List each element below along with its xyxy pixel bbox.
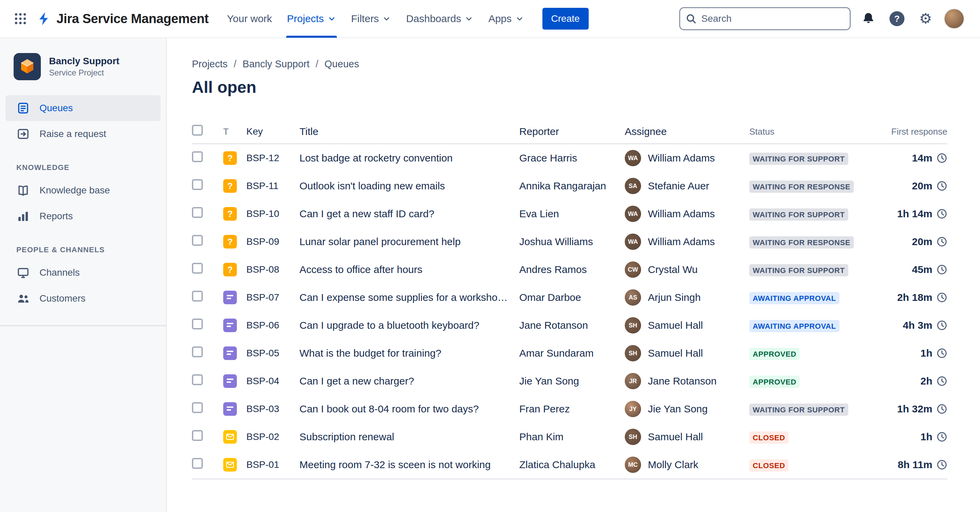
sidebar-item-knowledge-base[interactable]: Knowledge base [5, 178, 161, 203]
table-row[interactable]: BSP-06Can I upgrade to a bluetooth keybo… [192, 311, 947, 339]
table-row[interactable]: BSP-07Can I expense some supplies for a … [192, 284, 947, 311]
row-checkbox[interactable] [192, 346, 203, 357]
issue-title-link[interactable]: Outlook isn't loading new emails [299, 180, 519, 192]
assignee-name: Samuel Hall [648, 431, 703, 443]
app-window: Jira Service Management Your work Projec… [0, 0, 980, 512]
nav-label: Filters [351, 13, 379, 24]
row-checkbox[interactable] [192, 458, 203, 469]
row-checkbox[interactable] [192, 235, 203, 246]
issue-key-link[interactable]: BSP-10 [247, 208, 299, 219]
issue-title-link[interactable]: Meeting room 7-32 is sceen is not workin… [299, 459, 519, 471]
sidebar-section-people-channels: PEOPLE & CHANNELS [0, 246, 166, 254]
reporter-name: Annika Rangarajan [519, 180, 625, 192]
help-button[interactable]: ? [886, 8, 908, 30]
sidebar-item-raise-request[interactable]: Raise a request [5, 121, 161, 147]
sidebar-item-reports[interactable]: Reports [5, 203, 161, 229]
search-input[interactable] [701, 13, 844, 24]
issue-title-link[interactable]: Can I get a new charger? [299, 375, 519, 387]
row-checkbox[interactable] [192, 179, 203, 190]
issue-key-link[interactable]: BSP-05 [247, 348, 299, 359]
nav-dashboards[interactable]: Dashboards [398, 0, 481, 38]
issue-key-link[interactable]: BSP-08 [247, 264, 299, 275]
row-checkbox[interactable] [192, 263, 203, 274]
user-avatar [944, 8, 964, 29]
status-badge: AWAITING APPROVAL [749, 320, 840, 332]
assignee-avatar: SH [625, 317, 641, 333]
assignee-name: Jane Rotanson [648, 375, 717, 387]
issue-key-link[interactable]: BSP-02 [247, 431, 299, 442]
issue-key-link[interactable]: BSP-01 [247, 459, 299, 470]
col-header-type[interactable]: T [223, 127, 247, 137]
issue-title-link[interactable]: Access to office after hours [299, 264, 519, 275]
assignee-name: Jie Yan Song [648, 403, 708, 415]
issue-key-link[interactable]: BSP-11 [247, 181, 299, 192]
notifications-button[interactable] [858, 8, 879, 30]
row-checkbox[interactable] [192, 151, 203, 162]
row-checkbox[interactable] [192, 402, 203, 413]
table-row[interactable]: BSP-05What is the budget for training?Am… [192, 339, 947, 367]
col-header-first-response[interactable]: First response [855, 127, 947, 137]
issue-key-link[interactable]: BSP-07 [247, 292, 299, 303]
status-badge: WAITING FOR SUPPORT [749, 153, 848, 165]
app-switcher-button[interactable] [10, 8, 31, 30]
issue-key-link[interactable]: BSP-09 [247, 236, 299, 247]
nav-your-work[interactable]: Your work [220, 0, 279, 38]
issue-title-link[interactable]: Can I get a new staff ID card? [299, 208, 519, 220]
gear-icon: ⚙ [919, 11, 932, 26]
sidebar-divider [0, 325, 166, 327]
table-row[interactable]: BSP-04Can I get a new charger?Jie Yan So… [192, 367, 947, 395]
issue-title-link[interactable]: Subscription renewal [299, 431, 519, 443]
issue-title-link[interactable]: Lunar solar panel procurement help [299, 236, 519, 247]
col-header-key[interactable]: Key [247, 126, 299, 137]
project-header[interactable]: Bancly Support Service Project [0, 53, 166, 80]
reporter-name: Jane Rotanson [519, 320, 625, 331]
issue-title-link[interactable]: Can I upgrade to a bluetooth keyboard? [299, 320, 519, 331]
table-row[interactable]: BSP-03Can I book out 8-04 room for two d… [192, 395, 947, 423]
col-header-assignee[interactable]: Assignee [625, 126, 749, 137]
people-icon [16, 292, 30, 305]
issue-title-link[interactable]: Can I expense some supplies for a worksh… [299, 292, 519, 303]
breadcrumb-projects[interactable]: Projects [192, 59, 228, 70]
table-row[interactable]: BSP-02Subscription renewalPhan KimSHSamu… [192, 423, 947, 451]
col-header-status[interactable]: Status [749, 127, 855, 137]
col-header-title[interactable]: Title [299, 126, 519, 137]
table-row[interactable]: ?BSP-11Outlook isn't loading new emailsA… [192, 172, 947, 200]
issue-key-link[interactable]: BSP-03 [247, 404, 299, 414]
sidebar-item-queues[interactable]: Queues [5, 95, 161, 121]
issue-title-link[interactable]: What is the budget for training? [299, 347, 519, 359]
nav-filters[interactable]: Filters [344, 0, 399, 38]
table-row[interactable]: ?BSP-08Access to office after hoursAndre… [192, 256, 947, 284]
assignee-name: Samuel Hall [648, 320, 703, 331]
issue-key-link[interactable]: BSP-06 [247, 320, 299, 331]
product-logo[interactable]: Jira Service Management [37, 11, 208, 26]
table-row[interactable]: BSP-01Meeting room 7-32 is sceen is not … [192, 451, 947, 479]
select-all-checkbox[interactable] [192, 125, 203, 136]
row-checkbox[interactable] [192, 291, 203, 301]
table-row[interactable]: ?BSP-10Can I get a new staff ID card?Eva… [192, 200, 947, 228]
issue-key-link[interactable]: BSP-12 [247, 153, 299, 163]
issue-title-link[interactable]: Lost badge at rocketry convention [299, 152, 519, 164]
breadcrumb-queues[interactable]: Queues [325, 59, 360, 70]
profile-button[interactable] [943, 8, 965, 30]
status-badge: AWAITING APPROVAL [749, 292, 840, 304]
global-search[interactable] [679, 7, 851, 30]
nav-projects[interactable]: Projects [279, 0, 343, 38]
settings-button[interactable]: ⚙ [915, 8, 937, 30]
row-checkbox[interactable] [192, 374, 203, 385]
row-checkbox[interactable] [192, 430, 203, 441]
row-checkbox[interactable] [192, 207, 203, 218]
breadcrumb-project[interactable]: Bancly Support [243, 59, 310, 70]
assignee-name: William Adams [648, 152, 715, 164]
issue-key-link[interactable]: BSP-04 [247, 376, 299, 387]
row-checkbox[interactable] [192, 319, 203, 330]
clock-icon [937, 459, 947, 470]
issue-title-link[interactable]: Can I book out 8-04 room for two days? [299, 403, 519, 415]
col-header-reporter[interactable]: Reporter [519, 126, 625, 137]
sidebar-item-customers[interactable]: Customers [5, 285, 161, 311]
sidebar-item-channels[interactable]: Channels [5, 260, 161, 285]
status-badge: APPROVED [749, 376, 800, 388]
create-button[interactable]: Create [542, 8, 589, 30]
nav-apps[interactable]: Apps [481, 0, 531, 38]
table-row[interactable]: ?BSP-12Lost badge at rocketry convention… [192, 144, 947, 172]
table-row[interactable]: ?BSP-09Lunar solar panel procurement hel… [192, 228, 947, 256]
